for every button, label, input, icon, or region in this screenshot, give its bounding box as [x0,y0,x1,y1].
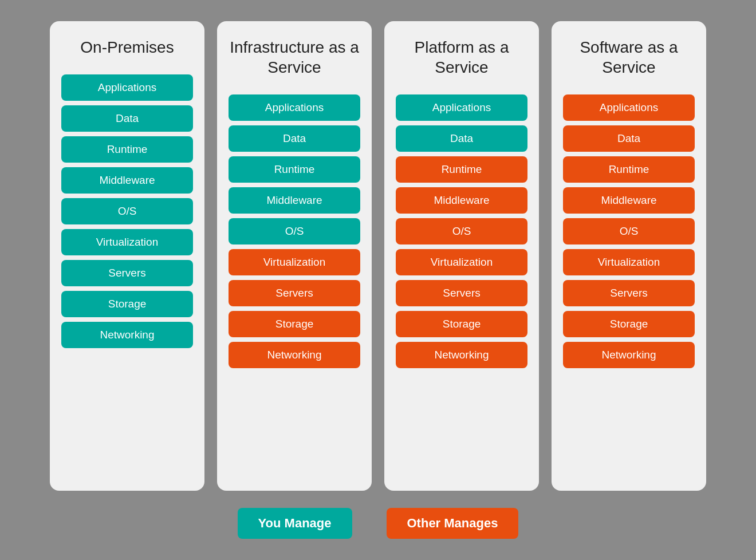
item-o-s-iaas: O/S [229,218,360,244]
item-data-on-premises: Data [61,105,193,132]
items-list-paas: ApplicationsDataRuntimeMiddlewareO/SVirt… [396,94,527,368]
item-middleware-paas: Middleware [396,187,527,214]
item-servers-iaas: Servers [229,280,360,306]
columns-row: On-PremisesApplicationsDataRuntimeMiddle… [34,21,722,491]
column-on-premises: On-PremisesApplicationsDataRuntimeMiddle… [50,21,204,491]
item-applications-on-premises: Applications [61,74,193,101]
item-storage-paas: Storage [396,311,527,337]
main-container: On-PremisesApplicationsDataRuntimeMiddle… [34,21,722,539]
item-networking-on-premises: Networking [61,322,193,348]
item-networking-paas: Networking [396,342,527,368]
item-virtualization-on-premises: Virtualization [61,229,193,255]
item-servers-paas: Servers [396,280,527,306]
item-storage-on-premises: Storage [61,291,193,317]
item-runtime-paas: Runtime [396,156,527,183]
column-title-iaas: Infrastructure as a Service [229,37,360,77]
item-middleware-on-premises: Middleware [61,167,193,194]
item-applications-paas: Applications [396,94,527,121]
item-applications-saas: Applications [563,94,695,121]
items-list-on-premises: ApplicationsDataRuntimeMiddlewareO/SVirt… [61,74,193,348]
item-data-paas: Data [396,125,527,152]
item-o-s-paas: O/S [396,218,527,244]
you-manage-button[interactable]: You Manage [238,508,352,539]
column-saas: Software as a ServiceApplicationsDataRun… [552,21,706,491]
item-applications-iaas: Applications [229,94,360,121]
column-title-saas: Software as a Service [563,37,695,77]
item-storage-saas: Storage [563,311,695,337]
item-servers-saas: Servers [563,280,695,306]
legend-row: You Manage Other Manages [238,508,519,539]
item-data-saas: Data [563,125,695,152]
item-virtualization-paas: Virtualization [396,249,527,275]
column-title-on-premises: On-Premises [80,37,174,57]
item-virtualization-saas: Virtualization [563,249,695,275]
item-runtime-on-premises: Runtime [61,136,193,163]
item-o-s-saas: O/S [563,218,695,244]
item-o-s-on-premises: O/S [61,198,193,224]
column-title-paas: Platform as a Service [396,37,527,77]
item-data-iaas: Data [229,125,360,152]
item-networking-saas: Networking [563,342,695,368]
item-networking-iaas: Networking [229,342,360,368]
item-virtualization-iaas: Virtualization [229,249,360,275]
item-storage-iaas: Storage [229,311,360,337]
item-middleware-iaas: Middleware [229,187,360,214]
column-paas: Platform as a ServiceApplicationsDataRun… [384,21,539,491]
item-servers-on-premises: Servers [61,260,193,286]
item-runtime-iaas: Runtime [229,156,360,183]
item-middleware-saas: Middleware [563,187,695,214]
item-runtime-saas: Runtime [563,156,695,183]
other-manages-button[interactable]: Other Manages [387,508,519,539]
items-list-saas: ApplicationsDataRuntimeMiddlewareO/SVirt… [563,94,695,368]
column-iaas: Infrastructure as a ServiceApplicationsD… [217,21,372,491]
items-list-iaas: ApplicationsDataRuntimeMiddlewareO/SVirt… [229,94,360,368]
